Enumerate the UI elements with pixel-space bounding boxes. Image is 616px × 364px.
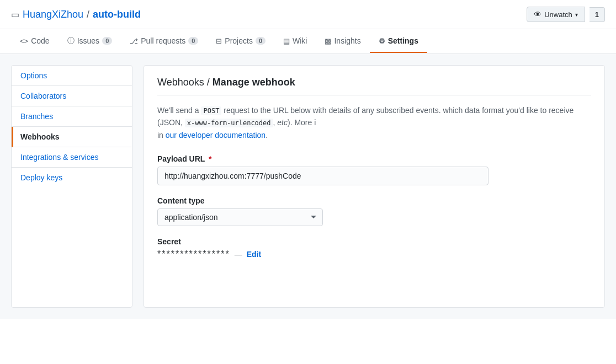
repo-owner-link[interactable]: HuangXiZhou — [23, 9, 83, 20]
unwatch-button[interactable]: 👁 Unwatch ▾ — [527, 7, 585, 22]
projects-badge: 0 — [256, 37, 265, 45]
settings-icon: ⚙ — [379, 37, 385, 45]
tab-issues-label: Issues — [77, 36, 99, 45]
tab-settings[interactable]: ⚙ Settings — [370, 30, 427, 53]
secret-label: Secret — [157, 237, 591, 246]
repo-name-link[interactable]: auto-build — [93, 9, 141, 20]
unwatch-label: Unwatch — [544, 10, 572, 19]
title-separator: / — [87, 9, 89, 20]
sidebar-item-deploy-keys[interactable]: Deploy keys — [12, 168, 132, 188]
eye-icon: 👁 — [534, 10, 541, 19]
required-marker: * — [209, 154, 211, 163]
developer-docs-link[interactable]: our developer documentation — [166, 131, 265, 140]
payload-url-input[interactable] — [157, 167, 488, 185]
header-actions: 👁 Unwatch ▾ 1 — [527, 7, 605, 22]
code-icon: <> — [20, 37, 28, 45]
manage-webhook-panel: Webhooks / Manage webhook We'll send a P… — [144, 65, 605, 308]
sidebar-item-collaborators[interactable]: Collaborators — [12, 86, 132, 106]
tab-code-label: Code — [31, 36, 49, 45]
repo-icon: ▭ — [11, 9, 19, 20]
payload-url-label: Payload URL * — [157, 154, 591, 163]
content-type-label: Content type — [157, 196, 591, 205]
wiki-icon: ▤ — [283, 37, 290, 45]
insights-icon: ▩ — [325, 37, 331, 45]
secret-edit-link[interactable]: Edit — [247, 250, 261, 259]
secret-row: **************** — Edit — [157, 249, 591, 259]
issues-icon: ⓘ — [67, 36, 75, 46]
settings-sidebar: Options Collaborators Branches Webhooks … — [11, 65, 132, 308]
repo-title: ▭ HuangXiZhou / auto-build — [11, 9, 141, 20]
tab-insights[interactable]: ▩ Insights — [316, 30, 369, 53]
tab-projects[interactable]: ⊟ Projects 0 — [207, 30, 274, 53]
post-code: POST — [201, 106, 221, 115]
secret-group: Secret **************** — Edit — [157, 237, 591, 259]
webhook-description: We'll send a POST request to the URL bel… — [157, 104, 591, 141]
payload-url-group: Payload URL * — [157, 154, 591, 185]
content-type-select[interactable]: application/json application/x-www-form-… — [157, 208, 323, 226]
pr-icon: ⎇ — [130, 37, 138, 45]
sidebar-item-options[interactable]: Options — [12, 66, 132, 86]
tab-projects-label: Projects — [225, 36, 253, 45]
issues-badge: 0 — [102, 37, 112, 45]
tab-issues[interactable]: ⓘ Issues 0 — [59, 29, 121, 53]
tab-pr-label: Pull requests — [141, 36, 185, 45]
main-content: Options Collaborators Branches Webhooks … — [0, 54, 616, 319]
tab-settings-label: Settings — [388, 36, 418, 45]
breadcrumb-prefix: Webhooks — [157, 77, 204, 88]
tab-pull-requests[interactable]: ⎇ Pull requests 0 — [121, 30, 207, 53]
breadcrumb-page: Manage webhook — [213, 77, 295, 88]
sidebar-item-integrations[interactable]: Integrations & services — [12, 147, 132, 168]
secret-dots: **************** — [157, 249, 230, 259]
repo-header: ▭ HuangXiZhou / auto-build 👁 Unwatch ▾ 1 — [0, 0, 616, 29]
sidebar-item-webhooks[interactable]: Webhooks — [12, 127, 132, 147]
unwatch-count[interactable]: 1 — [590, 7, 605, 22]
sidebar-item-branches[interactable]: Branches — [12, 106, 132, 127]
urlencoded-code: x-www-form-urlencoded — [185, 119, 273, 127]
tab-wiki[interactable]: ▤ Wiki — [274, 30, 316, 53]
tab-wiki-label: Wiki — [293, 36, 307, 45]
nav-tabs: <> Code ⓘ Issues 0 ⎇ Pull requests 0 ⊟ P… — [0, 29, 616, 54]
projects-icon: ⊟ — [216, 37, 222, 45]
tab-code[interactable]: <> Code — [11, 30, 59, 53]
tab-insights-label: Insights — [334, 36, 360, 45]
pr-badge: 0 — [188, 37, 198, 45]
breadcrumb-separator: / — [204, 77, 213, 88]
secret-dash: — — [235, 250, 242, 259]
chevron-down-icon: ▾ — [575, 12, 578, 18]
content-type-group: Content type application/json applicatio… — [157, 196, 591, 226]
page-title: Webhooks / Manage webhook — [157, 77, 591, 95]
